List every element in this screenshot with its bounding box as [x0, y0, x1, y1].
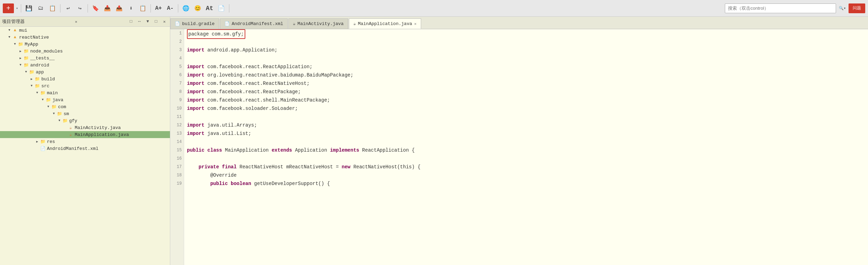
- redo-button[interactable]: ↪: [75, 3, 85, 13]
- code-line-16: [187, 154, 865, 163]
- sidebar-title: 项目管理器: [2, 18, 25, 25]
- language-button[interactable]: 🌐: [181, 3, 191, 13]
- font-increase-button[interactable]: A+: [154, 3, 163, 13]
- sidebar-icon-swap[interactable]: ↔: [136, 18, 143, 25]
- tree-icon: 📁: [28, 69, 35, 75]
- tree-label: MainApplication.java: [75, 132, 129, 137]
- tree-item-mui[interactable]: ▼ ▲ mui: [0, 27, 170, 34]
- tree-item-__tests__[interactable]: ▶ 📁 __tests__: [0, 55, 170, 62]
- font-decrease-button[interactable]: A-: [165, 3, 175, 13]
- project-sidebar: 项目管理器 ✕ □ ↔ ▼ □ ✕ ▼ ▲ mui ▼ ▲ reactNativ…: [0, 17, 170, 265]
- sidebar-icon-maximize[interactable]: □: [153, 18, 159, 25]
- tree-icon: 📁: [51, 104, 57, 110]
- search-input[interactable]: [725, 3, 836, 13]
- tree-label: mui: [19, 28, 27, 33]
- sidebar-icon-collapse[interactable]: ▼: [144, 18, 151, 25]
- sidebar-header: 项目管理器 ✕ □ ↔ ▼ □ ✕: [0, 17, 170, 27]
- tab-label-mainapplication: MainApplication.java: [358, 21, 412, 26]
- tree-item-AndroidManifest.xml[interactable]: 📄 AndroidManifest.xml: [0, 145, 170, 152]
- tree-label: AndroidManifest.xml: [47, 146, 98, 151]
- question-button[interactable]: 问题: [849, 3, 865, 13]
- tree-item-main[interactable]: ▼ 📁 main: [0, 89, 170, 96]
- search-dropdown-icon[interactable]: 🔍▾: [837, 3, 847, 13]
- tab-close-icon[interactable]: ✕: [414, 22, 417, 26]
- code-line-14: [187, 138, 865, 146]
- bookmark-button[interactable]: 🔖: [91, 3, 100, 13]
- tree-item-reactNative[interactable]: ▼ ▲ reactNative: [0, 34, 170, 41]
- tree-arrow: ▼: [18, 63, 23, 67]
- save-button[interactable]: 💾: [24, 3, 34, 13]
- add-dropdown-icon[interactable]: ▾: [16, 6, 18, 10]
- line-number-3: 3: [172, 46, 182, 54]
- import-button[interactable]: 📥: [103, 3, 112, 13]
- tree-item-MyApp[interactable]: ▼ 📁 MyApp: [0, 41, 170, 48]
- tree-item-java[interactable]: ▼ 📁 java: [0, 96, 170, 103]
- tab-icon-mainactivity: ☕: [293, 21, 295, 26]
- export-button[interactable]: 📤: [114, 3, 124, 13]
- tree-arrow: ▼: [13, 42, 17, 46]
- tree-label: build: [41, 77, 55, 82]
- code-editor[interactable]: 12345678910111213141516171819 package co…: [170, 29, 868, 265]
- tree-item-com[interactable]: ▼ 📁 com: [0, 103, 170, 110]
- tab-icon-mainapplication: ☕: [353, 21, 356, 26]
- line-number-13: 13: [172, 129, 182, 138]
- tree-arrow: ▼: [7, 29, 12, 32]
- code-line-3: import android.app.Application;: [187, 46, 865, 54]
- tree-item-gfy[interactable]: ▼ 📁 gfy: [0, 117, 170, 124]
- undo-button[interactable]: ↩: [63, 3, 73, 13]
- tree-icon: 📁: [23, 55, 29, 61]
- line-number-1: 1: [172, 29, 182, 38]
- help-button[interactable]: 📄: [216, 3, 226, 13]
- code-line-15: public class MainApplication extends App…: [187, 146, 865, 154]
- code-line-19: public boolean getUseDeveloperSupport() …: [187, 179, 865, 188]
- tree-label: MyApp: [25, 42, 38, 47]
- line-number-8: 8: [172, 88, 182, 96]
- separator-1: [21, 4, 21, 13]
- tab-mainapplication[interactable]: ☕ MainApplication.java ✕: [349, 18, 421, 29]
- tree-icon: 📄: [40, 145, 46, 152]
- tree-icon: ▲: [12, 34, 18, 40]
- line-number-9: 9: [172, 96, 182, 104]
- tree-item-node_modules[interactable]: ▶ 📁 node_modules: [0, 48, 170, 55]
- tree-item-src[interactable]: ▼ 📁 src: [0, 82, 170, 89]
- code-line-11: [187, 113, 865, 121]
- tree-arrow: ▶: [18, 56, 23, 60]
- line-numbers: 12345678910111213141516171819: [170, 29, 184, 265]
- tree-item-sm[interactable]: ▼ 📁 sm: [0, 110, 170, 117]
- tab-build-gradle[interactable]: 📄 build.gradle: [170, 18, 219, 29]
- separator-3: [88, 4, 88, 13]
- code-line-12: import java.util.Arrays;: [187, 121, 865, 129]
- clipboard-button[interactable]: 📋: [138, 3, 148, 13]
- save-all-button[interactable]: 🗂: [36, 3, 46, 13]
- tree-item-app[interactable]: ▼ 📁 app: [0, 69, 170, 75]
- tab-mainactivity[interactable]: ☕ MainActivity.java: [288, 18, 348, 29]
- line-number-11: 11: [172, 113, 182, 121]
- tree-label: src: [41, 83, 49, 89]
- tree-label: android: [30, 63, 49, 68]
- tree-icon: 📁: [56, 111, 63, 117]
- tree-item-MainActivity.java[interactable]: ☕ MainActivity.java: [0, 124, 170, 131]
- at-button[interactable]: At: [205, 3, 214, 13]
- code-line-1: package com.sm.gfy;: [187, 29, 865, 38]
- tree-arrow: ▼: [51, 112, 56, 115]
- tab-androidmanifest[interactable]: 📄 AndroidManifest.xml: [220, 18, 288, 29]
- tree-icon: 📁: [34, 76, 40, 82]
- tree-item-build[interactable]: ▶ 📁 build: [0, 75, 170, 82]
- tree-item-MainApplication.java[interactable]: ☕ MainApplication.java: [0, 131, 170, 138]
- tree-arrow: ▼: [46, 105, 51, 109]
- emoji-button[interactable]: 😊: [193, 3, 203, 13]
- tree-label: com: [58, 104, 66, 110]
- tree-icon: 📁: [34, 83, 40, 89]
- tree-item-res[interactable]: ▶ 📁 res: [0, 138, 170, 145]
- debug-button[interactable]: ⬇: [126, 3, 136, 13]
- line-number-19: 19: [172, 179, 182, 188]
- code-line-5: import com.facebook.react.ReactApplicati…: [187, 63, 865, 71]
- sidebar-icon-minimize[interactable]: □: [128, 18, 134, 25]
- tab-bar: 📄 build.gradle 📄 AndroidManifest.xml ☕ M…: [170, 17, 868, 29]
- tree-icon: 📁: [40, 138, 46, 145]
- sidebar-icon-close[interactable]: ✕: [161, 18, 168, 25]
- tree-item-android[interactable]: ▼ 📁 android: [0, 62, 170, 69]
- tab-label-mainactivity: MainActivity.java: [297, 21, 344, 26]
- copy-button[interactable]: 📋: [48, 3, 57, 13]
- add-button[interactable]: +: [3, 3, 14, 13]
